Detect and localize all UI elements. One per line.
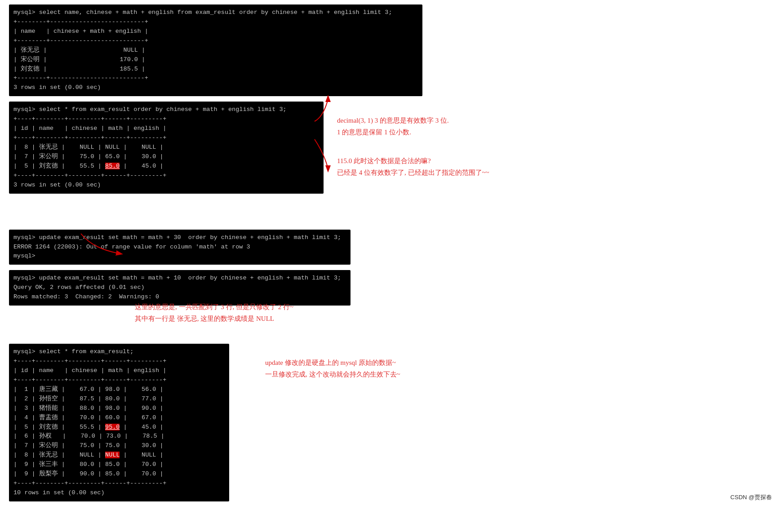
ann1-line2: 1 的意思是保留 1 位小数. [337, 129, 411, 136]
annotation-2: 115.0 此时这个数据是合法的嘛? 已经是 4 位有效数字了, 已经超出了指定… [337, 155, 489, 178]
terminal-2-text: mysql> select * from exam_result order b… [13, 106, 287, 188]
terminal-5-text: mysql> select * from exam_result; +----+… [13, 348, 166, 496]
terminal-2: mysql> select * from exam_result order b… [9, 102, 324, 193]
terminal-3-text: mysql> update exam_result set math = mat… [13, 234, 341, 260]
ann2-line1: 115.0 此时这个数据是合法的嘛? [337, 157, 431, 164]
terminal-5: mysql> select * from exam_result; +----+… [9, 344, 229, 501]
terminal-1: mysql> select name, chinese + math + eng… [9, 4, 422, 96]
watermark: CSDN @贾探春 [730, 493, 772, 501]
ann4-line1: update 修改的是硬盘上的 mysql 原始的数据~ [265, 359, 396, 366]
ann3-line1: 这里的意思是, 一共匹配到了 3 行, 但是只修改了 2 行~ [135, 303, 293, 310]
terminal-1-text: mysql> select name, chinese + math + eng… [13, 9, 392, 91]
ann4-line2: 一旦修改完成, 这个改动就会持久的生效下去~ [265, 371, 400, 378]
terminal-4-text: mysql> update exam_result set math = mat… [13, 275, 341, 300]
terminal-3: mysql> update exam_result set math = mat… [9, 230, 351, 265]
annotation-3: 这里的意思是, 一共匹配到了 3 行, 但是只修改了 2 行~ 其中有一行是 张… [135, 301, 293, 324]
ann2-line2: 已经是 4 位有效数字了, 已经超出了指定的范围了~~ [337, 169, 489, 176]
ann3-line2: 其中有一行是 张无忌, 这里的数学成绩是 NULL [135, 315, 274, 322]
annotation-1: decimal(3, 1) 3 的意思是有效数字 3 位. 1 的意思是保留 1… [337, 115, 449, 138]
annotation-4: update 修改的是硬盘上的 mysql 原始的数据~ 一旦修改完成, 这个改… [265, 357, 400, 380]
terminal-4: mysql> update exam_result set math = mat… [9, 270, 351, 306]
ann1-line1: decimal(3, 1) 3 的意思是有效数字 3 位. [337, 117, 449, 124]
terminal-block-1: mysql> select name, chinese + math + eng… [9, 4, 772, 96]
terminal-block-3: mysql> update exam_result set math = mat… [9, 230, 772, 265]
